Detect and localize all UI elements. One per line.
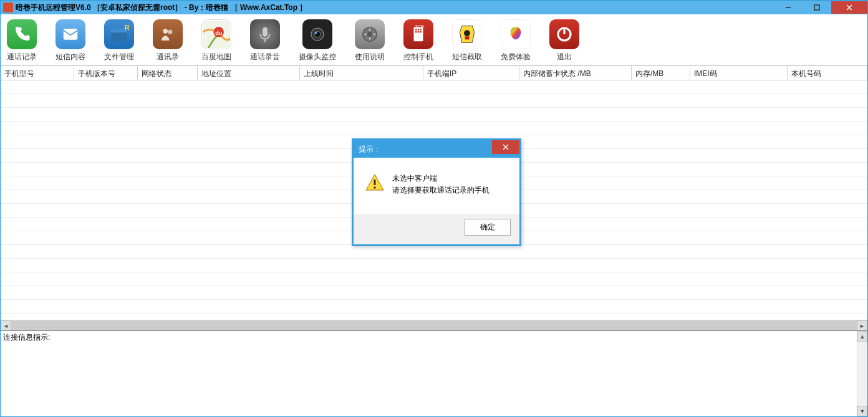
horizontal-scrollbar[interactable]: ◄ ► — [1, 320, 867, 330]
svg-rect-24 — [415, 31, 417, 33]
table-row — [1, 80, 867, 94]
warning-icon — [365, 173, 385, 193]
vertical-scrollbar[interactable]: ▲ ▼ — [857, 331, 867, 416]
svg-point-28 — [464, 30, 470, 36]
svg-point-17 — [315, 32, 317, 34]
free-icon — [501, 19, 531, 49]
exit-icon — [549, 19, 579, 49]
table-row — [1, 259, 867, 272]
map-icon: du — [201, 19, 231, 49]
scroll-down-arrow[interactable]: ▼ — [857, 406, 867, 416]
scroll-thumb[interactable] — [11, 320, 857, 330]
dialog-body: 未选中客户端 请选择要获取通话记录的手机 — [354, 158, 519, 214]
toolbar-exit[interactable]: 退出 — [549, 19, 579, 62]
toolbar-contacts[interactable]: 通讯录 — [153, 19, 183, 62]
toolbar-call-log[interactable]: 通话记录 — [7, 19, 37, 62]
toolbar-control[interactable]: HOTEL 控制手机 — [403, 19, 433, 62]
svg-rect-4 — [64, 29, 78, 40]
toolbar-label: 摄像头监控 — [299, 52, 336, 62]
record-icon — [250, 19, 280, 49]
dialog-button-row: 确定 — [354, 214, 519, 244]
svg-point-8 — [163, 29, 168, 34]
toolbar-smsget[interactable]: 短信截取 — [452, 19, 482, 62]
table-row — [1, 108, 867, 122]
minimize-button[interactable] — [774, 1, 803, 14]
col-imei[interactable]: IMEI码 — [690, 66, 788, 80]
svg-rect-22 — [418, 29, 420, 31]
status-label: 连接信息指示: — [3, 333, 50, 342]
toolbar-label: 通话记录 — [7, 52, 37, 62]
toolbar: 通话记录 短信内容 R 文件管理 通讯录 du 百度地图 — [1, 14, 867, 65]
toolbar-map[interactable]: du 百度地图 — [201, 19, 231, 62]
table-row — [1, 122, 867, 135]
toolbar-free[interactable]: 免费体验 — [501, 19, 531, 62]
svg-point-9 — [168, 30, 173, 35]
col-memory[interactable]: 内存/MB — [632, 66, 690, 80]
scroll-right-arrow[interactable]: ► — [857, 320, 867, 331]
toolbar-camera[interactable]: 摄像头监控 — [299, 19, 336, 62]
svg-rect-25 — [418, 31, 420, 33]
col-location[interactable]: 地址位置 — [198, 66, 300, 80]
col-model[interactable]: 手机型号 — [1, 66, 74, 80]
svg-text:du: du — [215, 30, 222, 36]
status-panel: 连接信息指示: ▲ ▼ — [1, 330, 867, 416]
camera-icon — [302, 19, 332, 49]
col-online-time[interactable]: 上线时间 — [300, 66, 423, 80]
toolbar-label: 通话录音 — [250, 52, 280, 62]
smsget-icon — [452, 19, 482, 49]
file-icon: R — [104, 19, 134, 49]
toolbar-sms[interactable]: 短信内容 — [55, 19, 85, 62]
col-ip[interactable]: 手机端IP — [423, 66, 519, 80]
svg-rect-1 — [814, 5, 819, 10]
toolbar-file[interactable]: R 文件管理 — [104, 19, 134, 62]
col-network[interactable]: 网络状态 — [138, 66, 198, 80]
svg-rect-34 — [374, 180, 376, 185]
dialog-title-text: 提示： — [359, 144, 381, 155]
toolbar-record[interactable]: 通话录音 — [250, 19, 280, 62]
sms-icon — [55, 19, 85, 49]
table-row — [1, 272, 867, 286]
toolbar-label: 文件管理 — [104, 52, 134, 62]
close-icon — [503, 144, 509, 150]
dialog-message: 未选中客户端 请选择要获取通话记录的手机 — [392, 173, 489, 203]
maximize-button[interactable] — [803, 1, 831, 14]
table-header-row: 手机型号 手机版本号 网络状态 地址位置 上线时间 手机端IP 内部储蓄卡状态 … — [1, 65, 867, 80]
table-row — [1, 94, 867, 108]
help-icon — [355, 19, 385, 49]
toolbar-label: 退出 — [557, 52, 572, 62]
scroll-up-arrow[interactable]: ▲ — [857, 331, 867, 342]
dialog-titlebar[interactable]: 提示： — [354, 140, 519, 158]
col-version[interactable]: 手机版本号 — [74, 66, 138, 80]
maximize-icon — [814, 4, 820, 11]
contacts-icon — [153, 19, 183, 49]
table-row — [1, 300, 867, 314]
dialog-close-button[interactable] — [492, 140, 519, 154]
svg-rect-13 — [263, 27, 268, 37]
toolbar-label: 百度地图 — [201, 52, 231, 62]
svg-rect-5 — [111, 32, 127, 42]
dialog-message-line2: 请选择要获取通话记录的手机 — [392, 185, 489, 196]
titlebar[interactable]: 暗巷手机远程管理V6.0 ［安卓私家侦探无需root］ - By：暗巷猫 ［ W… — [1, 1, 867, 14]
scroll-track[interactable] — [11, 320, 857, 330]
svg-point-19 — [367, 32, 372, 37]
alert-dialog: 提示： 未选中客户端 请选择要获取通话记录的手机 确定 — [352, 138, 521, 246]
close-button[interactable] — [831, 1, 867, 14]
svg-text:HOTEL: HOTEL — [415, 25, 425, 28]
table-row — [1, 245, 867, 259]
toolbar-label: 控制手机 — [403, 52, 433, 62]
window-title: 暗巷手机远程管理V6.0 ［安卓私家侦探无需root］ - By：暗巷猫 ［ W… — [16, 2, 774, 13]
svg-rect-29 — [465, 36, 470, 39]
toolbar-label: 短信截取 — [452, 52, 482, 62]
toolbar-label: 通讯录 — [157, 52, 179, 62]
scroll-left-arrow[interactable]: ◄ — [1, 320, 11, 331]
col-storage[interactable]: 内部储蓄卡状态 /MB — [519, 66, 632, 80]
dialog-ok-button[interactable]: 确定 — [465, 219, 511, 236]
close-icon — [846, 4, 853, 11]
toolbar-label: 短信内容 — [55, 52, 85, 62]
toolbar-help[interactable]: 使用说明 — [355, 19, 385, 62]
control-icon: HOTEL — [403, 19, 433, 49]
svg-rect-23 — [420, 29, 422, 31]
toolbar-label: 使用说明 — [355, 52, 385, 62]
col-phone-number[interactable]: 本机号码 — [788, 66, 867, 80]
svg-rect-26 — [420, 31, 422, 33]
